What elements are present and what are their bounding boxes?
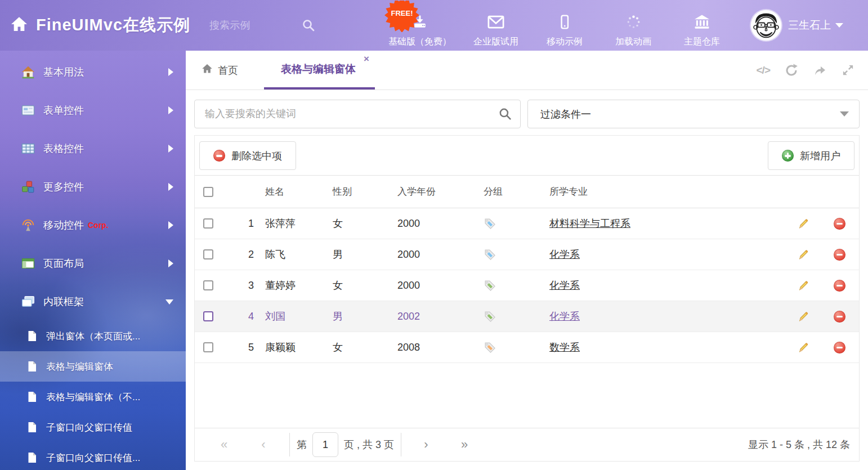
search-icon[interactable] — [498, 107, 512, 121]
sidebar-item-basic-usage[interactable]: 基本用法 — [0, 53, 186, 91]
edit-pencil-icon[interactable] — [788, 310, 820, 323]
nav-label: 企业版试用 — [473, 36, 518, 48]
page-prefix-label: 第 — [297, 438, 307, 451]
chevron-right-icon — [168, 68, 173, 76]
nav-label: 加载动画 — [615, 36, 651, 48]
tab-home[interactable]: 首页 — [195, 51, 245, 89]
nav-item-enterprise-trial[interactable]: 企业版试用 — [472, 3, 520, 48]
user-menu[interactable]: 三生石上 — [751, 10, 843, 41]
keyword-search-input[interactable] — [194, 100, 521, 128]
tab-label: 首页 — [218, 64, 238, 77]
row-checkbox[interactable] — [203, 218, 213, 229]
column-header-gender[interactable]: 性别 — [321, 185, 389, 198]
mobile-icon — [557, 15, 572, 32]
tag-icon — [473, 248, 538, 261]
major-link[interactable]: 化学系 — [549, 311, 580, 322]
antenna-icon — [21, 218, 35, 232]
chevron-down-icon — [840, 111, 849, 117]
sidebar-item-form-controls[interactable]: 表单控件 — [0, 91, 186, 129]
row-checkbox[interactable] — [203, 249, 213, 259]
filter-dropdown-value: 过滤条件一 — [540, 108, 591, 121]
tab-grid-edit-window[interactable]: 表格与编辑窗体 × — [264, 51, 375, 89]
chevron-down-icon — [165, 299, 173, 305]
add-user-button[interactable]: 新增用户 — [768, 141, 854, 170]
edit-pencil-icon[interactable] — [788, 279, 820, 292]
column-header-name[interactable]: 姓名 — [254, 185, 321, 198]
sidebar-item-page-layout[interactable]: 页面布局 — [0, 244, 186, 283]
major-link[interactable]: 数学系 — [549, 342, 580, 353]
expand-icon[interactable] — [842, 64, 854, 77]
table-row[interactable]: 5 康颖颖 女 2008 数学系 — [195, 332, 859, 363]
column-header-year[interactable]: 入学年份 — [389, 185, 473, 198]
nav-item-loading-animations[interactable]: 加载动画 — [609, 3, 657, 48]
delete-row-icon[interactable] — [820, 280, 859, 292]
next-page-button[interactable]: › — [415, 437, 437, 452]
close-icon[interactable]: × — [364, 55, 369, 63]
sidebar-item-label: 表单控件 — [43, 104, 84, 117]
nav-item-basic-free[interactable]: 基础版（免费） — [388, 3, 451, 48]
row-checkbox[interactable] — [203, 311, 213, 321]
tab-label: 表格与编辑窗体 — [281, 62, 356, 77]
app-title: FineUIMvc在线示例 — [36, 14, 190, 37]
sidebar-subitem-child-to-parent-2[interactable]: 子窗口向父窗口传值... — [0, 442, 186, 470]
delete-row-icon[interactable] — [820, 249, 859, 261]
filter-dropdown[interactable]: 过滤条件一 — [527, 100, 860, 128]
last-page-button[interactable]: » — [453, 437, 476, 452]
search-icon[interactable] — [302, 19, 315, 32]
row-checkbox[interactable] — [203, 342, 213, 352]
row-checkbox[interactable] — [203, 280, 213, 290]
table-row[interactable]: 1 张萍萍 女 2000 材料科学与工程系 — [195, 208, 859, 239]
row-number: 2 — [230, 249, 254, 261]
major-link[interactable]: 化学系 — [549, 249, 580, 260]
sidebar-item-label: 页面布局 — [43, 257, 84, 270]
table-row[interactable]: 3 董婷婷 女 2000 化学系 — [195, 270, 859, 301]
sidebar-subitem-child-to-parent[interactable]: 子窗口向父窗口传值 — [0, 412, 186, 442]
select-all-checkbox[interactable] — [203, 187, 213, 197]
major-link[interactable]: 材料科学与工程系 — [549, 218, 630, 229]
page-suffix-label: 页 , 共 3 页 — [344, 438, 394, 451]
edit-pencil-icon[interactable] — [788, 341, 820, 353]
sidebar-item-mobile-controls[interactable]: 移动控件 Corp. — [0, 206, 186, 244]
delete-row-icon[interactable] — [820, 311, 859, 323]
sidebar-item-iframe[interactable]: 内联框架 — [0, 283, 186, 321]
sidebar-item-label: 移动控件 — [43, 218, 84, 232]
page-number-input[interactable] — [312, 432, 338, 457]
user-name: 三生石上 — [788, 18, 831, 33]
table-row[interactable]: 4 刘国 男 2002 化学系 — [195, 301, 859, 332]
frames-icon — [21, 295, 35, 308]
envelope-icon — [487, 15, 504, 32]
prev-page-button[interactable]: ‹ — [252, 437, 275, 452]
nav-item-theme-repo[interactable]: 主题仓库 — [678, 3, 726, 48]
page-icon — [26, 391, 38, 402]
delete-selected-label: 删除选中项 — [231, 149, 282, 163]
source-code-icon[interactable]: </> — [757, 64, 770, 77]
spinner-icon — [626, 15, 641, 32]
delete-row-icon[interactable] — [820, 218, 859, 230]
delete-selected-button[interactable]: 删除选中项 — [199, 141, 296, 170]
sidebar-subitem-grid-edit-window[interactable]: 表格与编辑窗体 — [0, 351, 186, 382]
sidebar-item-grid-controls[interactable]: 表格控件 — [0, 129, 186, 168]
record-summary: 显示 1 - 5 条 , 共 12 条 — [748, 438, 850, 451]
page-icon — [26, 361, 38, 372]
first-page-button[interactable]: « — [213, 437, 235, 452]
delete-row-icon[interactable] — [820, 342, 859, 353]
refresh-icon[interactable] — [785, 64, 798, 77]
major-link[interactable]: 化学系 — [549, 280, 580, 291]
column-header-group[interactable]: 分组 — [473, 185, 538, 198]
app-logo[interactable]: FineUIMvc在线示例 — [10, 14, 190, 37]
table-row[interactable]: 2 陈飞 男 2000 化学系 — [195, 239, 859, 270]
sidebar-subitem-grid-edit-window-no[interactable]: 表格与编辑窗体（不... — [0, 382, 186, 412]
cell-name: 康颖颖 — [254, 341, 321, 354]
header-search-input[interactable] — [209, 20, 294, 32]
share-icon[interactable] — [813, 64, 827, 77]
cell-name: 陈飞 — [254, 248, 321, 261]
top-header: FineUIMvc在线示例 基础版（免费） — [0, 0, 868, 51]
nav-item-mobile-demos[interactable]: 移动示例 — [540, 3, 589, 48]
column-header-major[interactable]: 所学专业 — [538, 185, 788, 198]
sidebar-subitem-popup-window[interactable]: 弹出窗体（本页面或... — [0, 321, 186, 351]
edit-pencil-icon[interactable] — [788, 248, 820, 261]
edit-pencil-icon[interactable] — [788, 217, 820, 230]
sidebar-item-more-controls[interactable]: 更多控件 — [0, 168, 186, 206]
sidebar-subitem-label: 表格与编辑窗体 — [46, 360, 113, 373]
cell-gender: 女 — [321, 279, 389, 292]
